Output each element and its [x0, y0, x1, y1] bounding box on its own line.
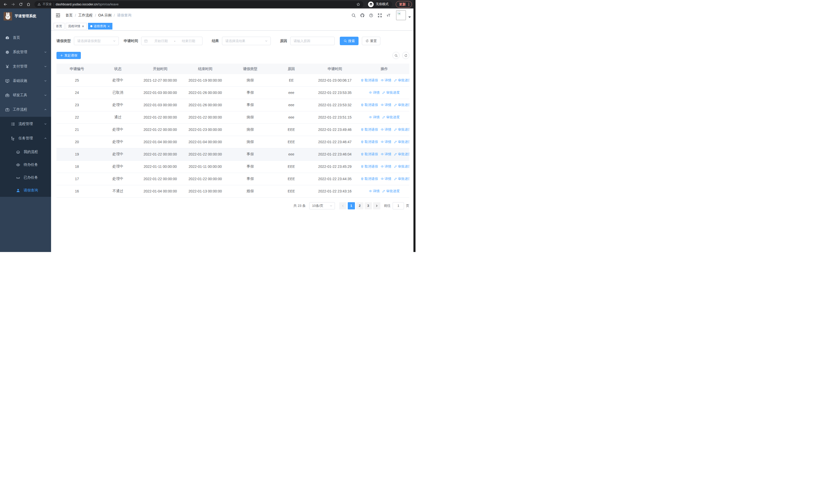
- sidebar-item-label: 已办任务: [24, 175, 38, 180]
- cancel-leave-link[interactable]: 取消请假: [361, 152, 378, 156]
- breadcrumb-item[interactable]: 首页: [65, 13, 73, 18]
- goto-page-input[interactable]: [393, 202, 404, 209]
- sidebar-item-system-mgmt[interactable]: 系统管理: [0, 45, 51, 59]
- sidebar-item-home[interactable]: 首页: [0, 31, 51, 45]
- address-divider: [54, 3, 54, 6]
- cancel-leave-link[interactable]: 取消请假: [361, 127, 378, 132]
- sidebar-item-done-tasks[interactable]: 已办任务: [0, 171, 51, 184]
- browser-back-button[interactable]: [2, 1, 9, 8]
- detail-link[interactable]: 详情: [381, 177, 391, 181]
- browser-update-button[interactable]: 更新: [396, 1, 412, 8]
- sidebar-menu: 首页系统管理支付管理基础设施研发工具工作流程流程管理任务管理我的流程待办任务已办…: [0, 31, 51, 197]
- cancel-leave-link[interactable]: 取消请假: [361, 140, 378, 144]
- active-tab-dot: [90, 25, 92, 27]
- page-size-select[interactable]: 10条/页: [309, 202, 335, 209]
- browser-forward-button[interactable]: [10, 1, 17, 8]
- cancel-leave-link[interactable]: 取消请假: [361, 78, 378, 83]
- cell-id: 23: [56, 99, 97, 111]
- cell-reason: EE: [272, 74, 311, 87]
- search-button[interactable]: 搜索: [340, 37, 359, 45]
- detail-link[interactable]: 详情: [381, 152, 391, 156]
- sidebar-item-my-process[interactable]: 我的流程: [0, 146, 51, 158]
- cancel-leave-link[interactable]: 取消请假: [361, 102, 378, 107]
- table-row: 23处理中2022-01-03 00:00:002022-01-26 00:00…: [56, 99, 409, 111]
- sidebar-item-process-mgmt[interactable]: 流程管理: [0, 117, 51, 131]
- reason-input[interactable]: [294, 39, 331, 43]
- detail-link[interactable]: 详情: [381, 140, 391, 144]
- sidebar-item-workflow[interactable]: 工作流程: [0, 102, 51, 117]
- result-select[interactable]: 请选择流结果: [222, 37, 271, 45]
- approval-progress-link[interactable]: 审批进度: [382, 189, 400, 194]
- breadcrumb-item[interactable]: OA 示例: [98, 13, 111, 18]
- approval-progress-link[interactable]: 审批进度: [394, 140, 409, 144]
- github-link-button[interactable]: [358, 10, 367, 21]
- chevron-down-icon: [265, 39, 268, 42]
- breadcrumb-item[interactable]: 工作流程: [78, 13, 93, 18]
- tasks-icon: [11, 136, 15, 141]
- page-button-2[interactable]: 2: [356, 202, 364, 209]
- tab-leave-query[interactable]: 请假查询: [88, 23, 112, 30]
- security-label[interactable]: 不安全: [42, 2, 52, 6]
- detail-link[interactable]: 详情: [381, 127, 391, 132]
- refresh-table-button[interactable]: [402, 52, 409, 59]
- cell-end: 2022-01-22 00:00:00: [182, 111, 228, 123]
- end-date-placeholder[interactable]: 结束日期: [177, 39, 200, 43]
- apply-time-range-picker[interactable]: 开始日期 - 结束日期: [141, 37, 202, 45]
- approval-progress-link[interactable]: 审批进度: [394, 177, 409, 181]
- address-bar[interactable]: 不安全 dashboard.yudao.iocoder.cn/bpm/oa/le…: [34, 1, 364, 8]
- tab-home[interactable]: 首页: [54, 23, 64, 30]
- fullscreen-button[interactable]: [375, 10, 384, 21]
- toggle-search-button[interactable]: [393, 52, 400, 59]
- detail-link[interactable]: 详情: [381, 102, 391, 107]
- page-button-3[interactable]: 3: [365, 202, 372, 209]
- leave-type-select[interactable]: 请选择请假类型: [74, 37, 119, 45]
- column-header: 申请时间: [311, 64, 359, 74]
- sidebar-item-payment-mgmt[interactable]: 支付管理: [0, 59, 51, 73]
- approval-progress-link[interactable]: 审批进度: [382, 90, 400, 95]
- browser-reload-button[interactable]: [18, 1, 24, 8]
- sidebar-item-task-mgmt[interactable]: 任务管理: [0, 131, 51, 146]
- cell-id: 22: [56, 111, 97, 123]
- sidebar-item-infrastructure[interactable]: 基础设施: [0, 73, 51, 88]
- tab-process-detail[interactable]: 流程详情: [66, 23, 87, 30]
- approval-progress-link[interactable]: 审批进度: [394, 127, 409, 132]
- font-size-button[interactable]: [384, 10, 393, 21]
- search-icon: [395, 54, 398, 57]
- page-button-1[interactable]: 1: [348, 202, 355, 209]
- reset-button[interactable]: 重置: [362, 37, 380, 45]
- browser-home-button[interactable]: [25, 1, 32, 8]
- detail-link[interactable]: 详情: [369, 90, 379, 95]
- header-search-button[interactable]: [349, 10, 358, 21]
- sidebar-item-todo-tasks[interactable]: 待办任务: [0, 158, 51, 171]
- browser-scrollbar[interactable]: [413, 0, 416, 252]
- approval-progress-link[interactable]: 审批进度: [394, 152, 409, 156]
- user-avatar[interactable]: [396, 10, 406, 20]
- detail-link[interactable]: 详情: [381, 164, 391, 169]
- sidebar-item-leave-query[interactable]: 请假查询: [0, 184, 51, 197]
- approval-progress-link[interactable]: 审批进度: [382, 115, 400, 120]
- sidebar-item-dev-tools[interactable]: 研发工具: [0, 88, 51, 102]
- chevron-down-icon: [44, 51, 47, 54]
- approval-progress-link[interactable]: 审批进度: [394, 78, 409, 83]
- prev-page-button[interactable]: [339, 202, 346, 209]
- detail-link[interactable]: 详情: [381, 78, 391, 83]
- cancel-leave-link[interactable]: 取消请假: [361, 177, 378, 181]
- close-icon[interactable]: [107, 25, 110, 28]
- create-leave-button[interactable]: 发起请假: [56, 52, 81, 59]
- browser-menu-icon[interactable]: [408, 3, 409, 6]
- cell-start: 2022-01-22 00:00:00: [138, 148, 182, 160]
- filter-form: 请假类型 请选择请假类型 申请时间 开始日期 - 结束日期 结果 请选择流结果: [56, 37, 409, 45]
- approval-progress-link[interactable]: 审批进度: [394, 164, 409, 169]
- next-page-button[interactable]: [373, 202, 380, 209]
- url-text[interactable]: dashboard.yudao.iocoder.cn/bpm/oa/leave: [56, 2, 119, 6]
- sidebar-toggle-icon[interactable]: [55, 13, 61, 18]
- approval-progress-link[interactable]: 审批进度: [394, 102, 409, 107]
- user-menu-caret-icon[interactable]: [408, 17, 411, 18]
- detail-link[interactable]: 详情: [369, 189, 379, 194]
- detail-link[interactable]: 详情: [369, 115, 379, 120]
- cancel-leave-link[interactable]: 取消请假: [361, 164, 378, 169]
- bookmark-star-icon[interactable]: [356, 2, 360, 6]
- close-icon[interactable]: [82, 25, 84, 28]
- start-date-placeholder[interactable]: 开始日期: [150, 39, 172, 43]
- help-button[interactable]: [367, 10, 375, 21]
